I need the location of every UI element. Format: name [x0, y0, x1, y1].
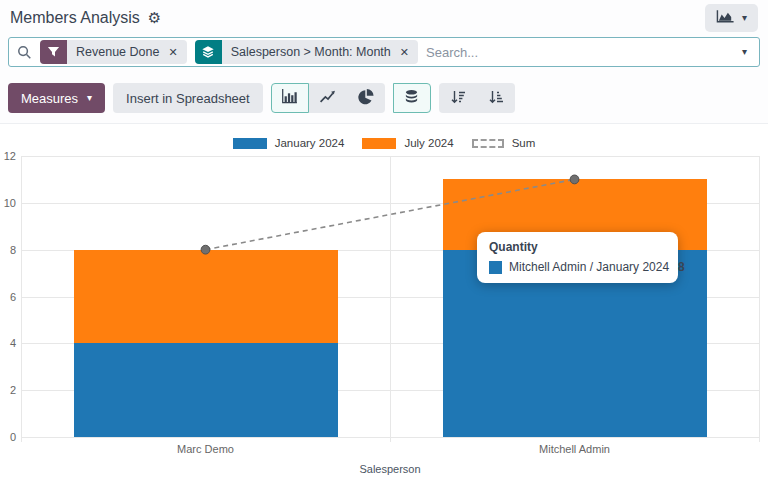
- legend-swatch: [362, 138, 396, 149]
- y-tick-label: 10: [0, 197, 16, 209]
- vertical-grid-line: [759, 156, 760, 442]
- bar-segment[interactable]: [74, 343, 338, 437]
- measures-label: Measures: [21, 91, 78, 106]
- area-chart-icon: [716, 9, 735, 27]
- legend-swatch: [233, 138, 267, 149]
- search-facet-groupby[interactable]: Salesperson > Month: Month ✕: [195, 40, 418, 64]
- search-input[interactable]: [426, 45, 730, 60]
- chart-tooltip: Quantity Mitchell Admin / January 2024 8: [477, 232, 678, 283]
- facet-label: Revenue Done: [67, 40, 166, 64]
- tooltip-title: Quantity: [489, 240, 666, 254]
- tooltip-row: Mitchell Admin / January 2024 8: [489, 260, 666, 274]
- insert-in-spreadsheet-button[interactable]: Insert in Spreadsheet: [113, 83, 263, 113]
- facet-label: Salesperson > Month: Month: [222, 40, 398, 64]
- stacked-button-group: [393, 83, 431, 113]
- chart-type-button-group: [271, 83, 385, 113]
- y-tick-label: 12: [0, 150, 16, 162]
- title-wrap: Members Analysis ⚙: [10, 9, 161, 27]
- tooltip-series-swatch: [489, 261, 502, 274]
- vertical-grid-line: [390, 156, 391, 442]
- chevron-down-icon: ▾: [87, 93, 92, 103]
- search-icon: [17, 45, 32, 60]
- tooltip-value: 8: [678, 260, 685, 274]
- line-chart-button[interactable]: [309, 83, 347, 113]
- search-bar[interactable]: Revenue Done ✕ Salesperson > Month: Mont…: [8, 37, 760, 67]
- line-chart-icon: [319, 88, 336, 108]
- header-row: Members Analysis ⚙ ▾: [0, 0, 768, 33]
- chart-area: January 2024July 2024Sum 024681012Marc D…: [0, 130, 768, 483]
- sort-descending-icon: [450, 89, 466, 108]
- x-category-label: Marc Demo: [136, 443, 276, 455]
- toolbar: Measures ▾ Insert in Spreadsheet: [0, 67, 768, 113]
- control-panel: Members Analysis ⚙ ▾ Revenue Done ✕ Sale…: [0, 0, 768, 124]
- y-tick-label: 4: [0, 337, 16, 349]
- legend-item[interactable]: Sum: [472, 137, 536, 149]
- chart-legend: January 2024July 2024Sum: [0, 137, 768, 149]
- legend-item[interactable]: January 2024: [233, 137, 345, 149]
- legend-item[interactable]: July 2024: [362, 137, 453, 149]
- close-icon[interactable]: ✕: [398, 40, 418, 64]
- y-tick-label: 8: [0, 244, 16, 256]
- stacked-button[interactable]: [393, 83, 431, 113]
- measures-button[interactable]: Measures ▾: [8, 83, 105, 113]
- bar-chart-button[interactable]: [271, 83, 309, 113]
- page-title: Members Analysis: [10, 9, 140, 27]
- vertical-grid-line: [21, 156, 22, 442]
- tooltip-label: Mitchell Admin / January 2024: [509, 260, 669, 274]
- legend-label: Sum: [512, 137, 536, 149]
- y-tick-label: 0: [0, 431, 16, 443]
- pie-chart-button[interactable]: [347, 83, 385, 113]
- legend-label: January 2024: [275, 137, 345, 149]
- sort-ascending-icon: [488, 89, 504, 108]
- x-category-label: Mitchell Admin: [505, 443, 645, 455]
- filter-icon: [40, 40, 67, 64]
- y-tick-label: 6: [0, 291, 16, 303]
- stacked-icon: [404, 89, 419, 108]
- y-tick-label: 2: [0, 384, 16, 396]
- view-switcher-button[interactable]: ▾: [705, 4, 758, 32]
- bar-segment[interactable]: [74, 250, 338, 344]
- close-icon[interactable]: ✕: [166, 40, 186, 64]
- search-facet-filter[interactable]: Revenue Done ✕: [40, 40, 187, 64]
- sort-descending-button[interactable]: [439, 83, 477, 113]
- sort-button-group: [439, 83, 515, 113]
- gear-icon[interactable]: ⚙: [148, 10, 161, 25]
- bar-chart-icon: [281, 88, 298, 108]
- legend-label: July 2024: [404, 137, 453, 149]
- layers-icon: [195, 40, 222, 64]
- search-options-chevron-down-icon[interactable]: ▾: [738, 47, 751, 57]
- legend-swatch: [472, 139, 504, 148]
- sort-ascending-button[interactable]: [477, 83, 515, 113]
- chevron-down-icon: ▾: [742, 13, 747, 23]
- pie-chart-icon: [358, 89, 374, 108]
- x-axis-title: Salesperson: [320, 463, 460, 475]
